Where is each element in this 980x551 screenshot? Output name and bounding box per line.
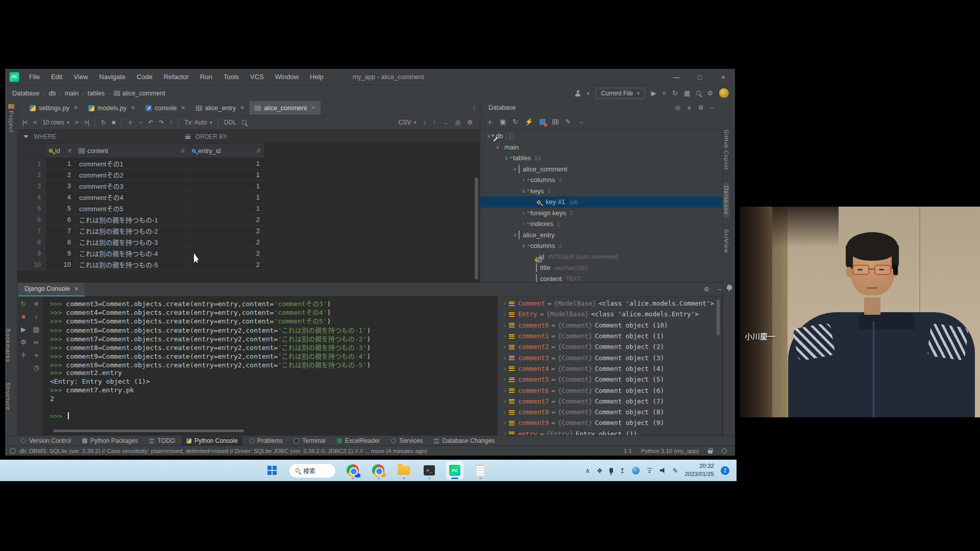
variable-row-comment1[interactable]: ›comment1={Comment}Comment object (1) [498, 331, 722, 341]
tree-node-alice-entry[interactable]: ∨alice_entry [480, 230, 722, 241]
tree-node-tables[interactable]: ∨tables14 [480, 153, 722, 164]
cell-entry-id[interactable]: 2 [189, 237, 264, 247]
code-with-me-icon[interactable] [575, 90, 581, 96]
chevron-right-icon[interactable]: › [501, 344, 509, 349]
cell-content[interactable]: これは別の親を持つもの-5 [76, 259, 189, 270]
cell-content[interactable]: commentその1 [76, 158, 189, 169]
tool-window-button-version-control[interactable]: Version Control [16, 436, 76, 445]
cell-content[interactable]: これは別の親を持つもの-3 [76, 237, 189, 247]
cell-entry-id[interactable]: 1 [189, 181, 264, 191]
jump-to-console-icon[interactable]: ⚡ [525, 118, 533, 126]
tree-node-indexes[interactable]: ›indexes1 [480, 218, 722, 230]
taskbar-pycharm[interactable]: PC [446, 461, 463, 480]
cell-id[interactable]: 6 [46, 214, 76, 225]
menu-help[interactable]: Help [305, 71, 328, 82]
tree-node-foreign-keys[interactable]: ›foreign keys1 [480, 208, 722, 219]
panel-settings-gear-icon[interactable]: ⚙ [698, 104, 704, 111]
debug-button[interactable]: ⌗ [663, 89, 666, 97]
reload-data-icon[interactable]: ↻ [101, 119, 106, 126]
table-row[interactable]: 99これは別の親を持つもの-42 [17, 248, 264, 259]
table-row[interactable]: 44commentその41 [17, 192, 264, 203]
breadcrumb-item-main[interactable]: main [65, 90, 79, 97]
taskbar-chrome-1[interactable] [344, 461, 361, 480]
console-horizontal-scrollbar[interactable] [53, 430, 244, 432]
chevron-right-icon[interactable]: › [501, 322, 509, 328]
table-row[interactable]: 66これは別の親を持つもの-12 [17, 214, 264, 226]
tree-node-main[interactable]: ∨main [480, 142, 722, 153]
breadcrumb-item-Database[interactable]: Database [12, 90, 40, 97]
variable-row-entry[interactable]: ›entry={Entry}Entry object (1) [498, 429, 722, 436]
table-row[interactable]: 11commentその11 [17, 158, 264, 169]
menu-navigate[interactable]: Navigate [94, 71, 130, 82]
breadcrumb-item-tables[interactable]: tables [88, 90, 105, 97]
navigate-icon[interactable]: → [577, 118, 584, 126]
sort-icon[interactable]: ↕ [35, 313, 38, 320]
taskbar-search[interactable]: 検索 [289, 463, 336, 478]
chevron-right-icon[interactable]: › [501, 311, 509, 317]
redo-icon[interactable]: ↷ [159, 119, 164, 126]
cell-id[interactable]: 7 [46, 226, 76, 236]
lock-icon[interactable] [708, 450, 713, 454]
tree-chevron-icon[interactable]: ∨ [520, 188, 527, 194]
sidebar-item-github-copilot[interactable]: GitHub Copilot [723, 127, 729, 173]
cell-content[interactable]: commentその2 [76, 169, 189, 180]
user-avatar[interactable] [719, 88, 729, 98]
wifi-icon[interactable] [646, 468, 653, 473]
tree-chevron-icon[interactable]: ∨ [520, 243, 527, 248]
stop-icon[interactable]: ■ [112, 119, 115, 126]
close-tab-icon[interactable]: ✕ [240, 105, 244, 111]
taskbar-chrome-2[interactable] [370, 461, 387, 480]
export-icon[interactable]: ↑ [433, 119, 436, 126]
breadcrumb-item-db[interactable]: db [48, 90, 56, 97]
where-label[interactable]: WHERE [34, 133, 57, 140]
filter-funnel-icon[interactable] [23, 135, 29, 138]
table-row[interactable]: 77これは別の親を持つもの-22 [17, 226, 264, 237]
variable-row-Comment[interactable]: ›Comment={ModelBase}<class 'alice.models… [498, 298, 722, 309]
console-output[interactable]: >>> comment3=Comment.objects.create(entr… [43, 296, 493, 436]
close-tab-icon[interactable]: ✕ [131, 105, 135, 111]
tab-django-console[interactable]: Django Console✕ [18, 283, 85, 296]
tray-expand-icon[interactable]: ∧ [585, 467, 590, 474]
cell-entry-id[interactable]: 2 [189, 226, 264, 236]
add-row-icon[interactable]: ＋ [127, 118, 133, 127]
next-page-button[interactable]: > [75, 119, 79, 126]
add-console-icon[interactable]: ＋ [20, 352, 27, 359]
edit-icon[interactable]: ✎ [565, 118, 571, 126]
cell-content[interactable]: これは別の親を持つもの-4 [76, 248, 189, 259]
variable-row-comment7[interactable]: ›comment7={Comment}Comment object (7) [498, 396, 722, 407]
antenna-icon[interactable]: ↥ [620, 467, 625, 474]
view-options-icon[interactable]: ◎ [455, 119, 460, 126]
tree-chevron-icon[interactable]: › [520, 210, 527, 216]
delete-row-icon[interactable]: − [139, 119, 142, 126]
history-icon[interactable]: ◷ [33, 364, 39, 371]
tree-node-title[interactable]: titlevarchar(100) [480, 262, 722, 273]
tree-chevron-icon[interactable]: › [520, 221, 527, 227]
chevron-right-icon[interactable]: › [501, 355, 509, 361]
editor-tab-settings.py[interactable]: settings.py✕ [24, 101, 83, 115]
chevron-right-icon[interactable]: › [501, 388, 509, 393]
editor-scrollbar[interactable] [475, 178, 478, 280]
close-tab-icon[interactable]: ✕ [311, 105, 315, 111]
sidebar-item-sciview[interactable]: SciView [723, 226, 729, 257]
tool-window-button-services[interactable]: Services [386, 436, 427, 445]
menu-window[interactable]: Window [271, 71, 303, 82]
cell-entry-id[interactable]: 1 [189, 158, 264, 169]
cell-id[interactable]: 5 [46, 203, 76, 214]
cell-entry-id[interactable]: 1 [189, 169, 264, 180]
profiler-button[interactable]: ▦ [684, 89, 690, 97]
cell-id[interactable]: 10 [46, 259, 76, 270]
page-size-select[interactable]: 10 rows▾ [42, 119, 69, 126]
table-row[interactable]: 33commentその31 [17, 181, 264, 192]
notifications-bell-icon[interactable] [727, 285, 732, 289]
tool-window-button-python-console[interactable]: Python Console [182, 436, 242, 445]
tool-window-button-python-packages[interactable]: Python Packages [78, 436, 142, 445]
tree-node-keys[interactable]: ∨keys1 [480, 186, 722, 197]
grid-settings-gear-icon[interactable]: ⚙ [467, 119, 473, 126]
export-format-select[interactable]: CSV▾ [399, 119, 416, 126]
tool-window-button-terminal[interactable]: Terminal [289, 436, 330, 445]
locate-icon[interactable]: ◎ [675, 104, 680, 111]
editor-tab-alice_comment[interactable]: alice_comment✕ [250, 101, 321, 115]
chevron-right-icon[interactable]: › [501, 366, 509, 371]
minimize-button[interactable]: — [665, 69, 688, 85]
chevron-right-icon[interactable]: › [501, 300, 509, 306]
